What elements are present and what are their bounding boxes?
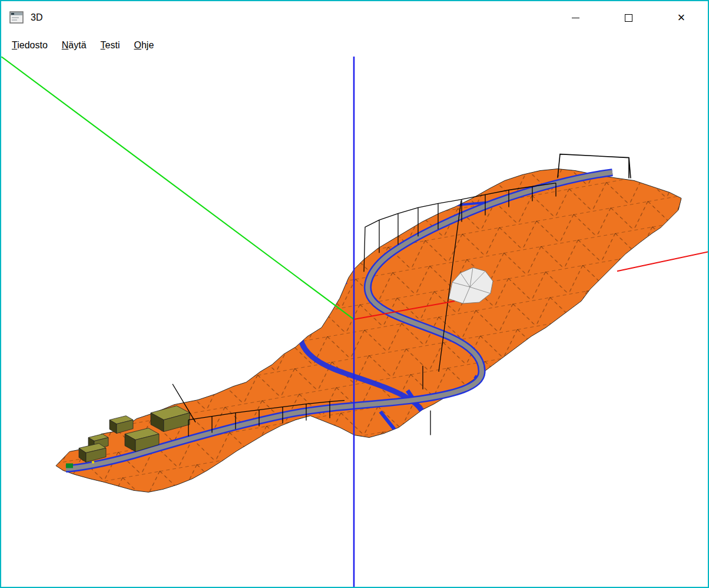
menu-nayta[interactable]: Näytä [55,37,94,54]
titlebar[interactable]: 3D × [1,1,708,34]
app-icon-graphic [9,11,24,24]
maximize-button[interactable] [602,1,655,34]
close-button[interactable]: × [655,1,708,34]
yellow-marker [92,461,94,463]
menubar: Tiedosto Näytä Testi Ohje [1,34,708,57]
caption-buttons: × [549,1,708,34]
scene-3d [1,57,708,587]
maximize-icon [625,14,632,22]
grass-patch [66,463,73,468]
minimize-button[interactable] [549,1,602,34]
axis-red-segment-2 [617,252,708,271]
app-icon [9,11,24,24]
window-title: 3D [31,12,42,23]
app-window: 3D × Tiedosto Näytä Testi Ohje [0,0,709,588]
menu-testi[interactable]: Testi [94,37,127,54]
viewport-3d[interactable] [1,57,708,587]
close-icon: × [678,11,685,24]
menu-ohje[interactable]: Ohje [127,37,161,54]
menu-tiedosto[interactable]: Tiedosto [5,37,55,54]
minimize-icon [572,18,579,18]
coordinate-axes [1,57,708,587]
axis-green [1,57,354,319]
